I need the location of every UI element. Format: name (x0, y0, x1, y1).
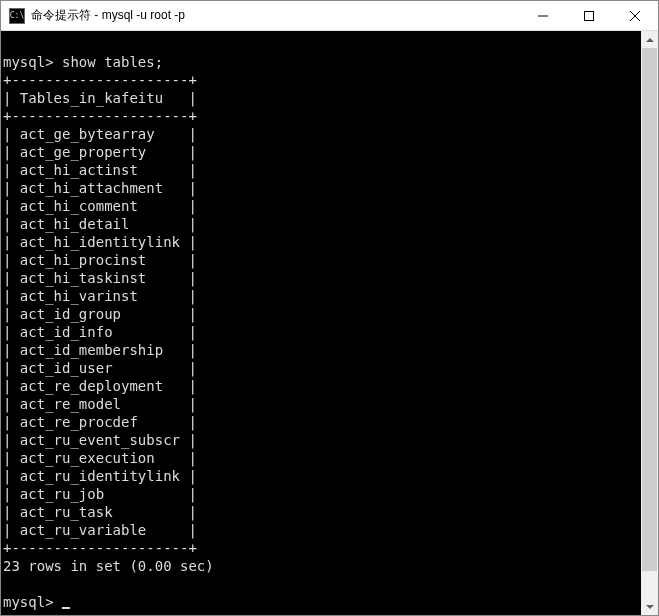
scrollbar-thumb[interactable] (642, 48, 657, 571)
terminal-container: mysql> show tables; +-------------------… (1, 31, 658, 615)
maximize-icon (584, 11, 594, 21)
svg-marker-5 (646, 605, 654, 609)
svg-rect-1 (585, 11, 594, 20)
cmd-icon: C:\ (9, 8, 25, 24)
window-titlebar: C:\ 命令提示符 - mysql -u root -p (1, 1, 658, 31)
scrollbar-track[interactable] (641, 48, 658, 598)
vertical-scrollbar[interactable] (641, 31, 658, 615)
minimize-icon (538, 11, 548, 21)
terminal-output[interactable]: mysql> show tables; +-------------------… (1, 31, 641, 615)
maximize-button[interactable] (566, 1, 612, 31)
chevron-down-icon (646, 605, 654, 609)
scroll-down-button[interactable] (641, 598, 658, 615)
terminal-cursor (62, 607, 70, 609)
chevron-up-icon (646, 38, 654, 42)
close-icon (630, 11, 640, 21)
minimize-button[interactable] (520, 1, 566, 31)
window-controls (520, 1, 658, 31)
close-button[interactable] (612, 1, 658, 31)
window-title: 命令提示符 - mysql -u root -p (31, 7, 520, 24)
svg-marker-4 (646, 38, 654, 42)
scroll-up-button[interactable] (641, 31, 658, 48)
